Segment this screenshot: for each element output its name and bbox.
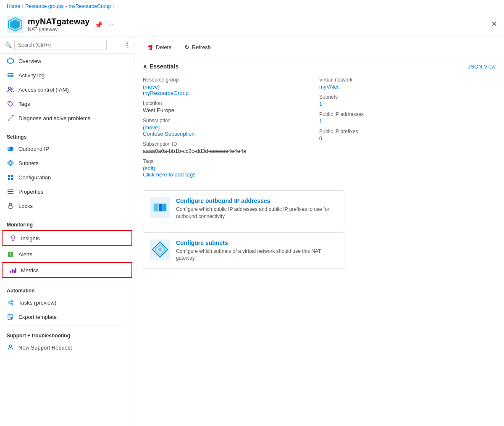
refresh-icon: ↻ [184, 43, 190, 51]
tags-edit-link[interactable]: (edit) [143, 165, 155, 171]
sidebar-item-tags[interactable]: Tags [0, 97, 134, 111]
sidebar-item-properties-label: Properties [18, 189, 43, 195]
subnets-icon [7, 159, 14, 167]
sidebar-item-properties[interactable]: Properties [0, 184, 134, 199]
svg-marker-4 [8, 58, 13, 64]
essentials-resource-group: Resource group (move) myResourceGroup [143, 75, 319, 98]
svg-point-36 [8, 302, 10, 303]
subnets-card-body: Configure subnets Configure which subnet… [176, 239, 337, 262]
sidebar-item-diagnose-label: Diagnose and solve problems [18, 115, 90, 121]
svg-rect-34 [13, 270, 15, 273]
svg-rect-21 [8, 178, 10, 180]
delete-icon: 🗑 [147, 44, 154, 51]
export-template-icon [7, 313, 14, 321]
breadcrumb-home[interactable]: Home [7, 3, 20, 9]
essentials-location: Location West Europe [143, 98, 319, 116]
sidebar-item-overview[interactable]: Overview [0, 54, 134, 68]
overview-icon [7, 57, 14, 65]
subnets-card-title[interactable]: Configure subnets [176, 239, 337, 246]
public-ip-value-link[interactable]: 1 [319, 118, 322, 124]
svg-rect-48 [159, 204, 163, 211]
outbound-ip-card-title[interactable]: Configure outbound IP addresses [176, 197, 337, 204]
resource-header: myNATgateway NAT gateway 📌 ··· ✕ [0, 13, 504, 37]
sidebar-item-tasks-label: Tasks (preview) [18, 300, 56, 306]
pin-icon[interactable]: 📌 [94, 21, 103, 29]
insights-icon [9, 234, 17, 242]
sidebar-item-access-control[interactable]: Access control (IAM) [0, 82, 134, 97]
svg-rect-5 [8, 73, 13, 77]
search-icon: 🔍 [5, 42, 12, 48]
configuration-icon [7, 174, 14, 181]
refresh-button[interactable]: ↻ Refresh [180, 41, 216, 53]
svg-point-8 [8, 87, 11, 89]
sub-id-value: aaaa0a0a-bb1b-cc2c-dd3d-eeeeee4e4e4e [143, 148, 319, 154]
content-area: 🗑 Delete ↻ Refresh ∧ Essentials JSON Vie… [134, 37, 504, 426]
svg-point-10 [9, 102, 10, 103]
collapse-sidebar-button[interactable]: 《 [122, 41, 129, 50]
resource-title-block: myNATgateway NAT gateway [28, 17, 89, 32]
essentials-ip-prefixes: Public IP prefixes 0 [319, 126, 496, 144]
svg-rect-22 [11, 178, 13, 180]
delete-button[interactable]: 🗑 Delete [143, 41, 176, 53]
rg-move-link[interactable]: (move) [143, 84, 160, 90]
outbound-ip-card-body: Configure outbound IP addresses Configur… [176, 197, 337, 220]
sidebar-item-insights[interactable]: Insights [2, 230, 132, 246]
sidebar-item-subnets[interactable]: Subnets [0, 156, 134, 170]
sidebar-item-tasks[interactable]: Tasks (preview) [0, 295, 134, 310]
refresh-label: Refresh [192, 44, 211, 50]
essentials-right-col: Virtual network myVNet Subnets 1 Public … [319, 75, 496, 180]
subnets-value-link[interactable]: 1 [319, 101, 322, 107]
sidebar-item-metrics-label: Metrics [21, 267, 39, 273]
support-divider [7, 326, 127, 326]
sidebar-item-configuration-label: Configuration [18, 174, 51, 181]
sidebar-item-diagnose[interactable]: Diagnose and solve problems [0, 111, 134, 125]
close-button[interactable]: ✕ [491, 19, 497, 29]
tasks-icon [7, 299, 14, 306]
support-request-icon [7, 344, 14, 351]
delete-label: Delete [156, 44, 172, 50]
sidebar-item-metrics[interactable]: Metrics [2, 262, 132, 278]
vnet-label: Virtual network [319, 77, 496, 83]
toolbar: 🗑 Delete ↻ Refresh [134, 37, 504, 58]
subscription-value-link[interactable]: Contoso Subscription [143, 131, 195, 137]
sidebar-item-activity-log[interactable]: Activity log [0, 68, 134, 82]
sidebar-item-iam-label: Access control (IAM) [18, 87, 69, 93]
svg-rect-6 [8, 74, 13, 75]
main-layout: 🔍 《 Overview Activity log Access control… [0, 37, 504, 426]
more-options-icon[interactable]: ··· [108, 21, 113, 29]
resource-title: myNATgateway [28, 17, 89, 26]
tags-add-link[interactable]: Click here to add tags [143, 171, 196, 178]
card-outbound-ip[interactable]: Configure outbound IP addresses Configur… [143, 190, 344, 227]
sidebar-item-outbound-ip[interactable]: Outbound IP [0, 142, 134, 156]
svg-rect-19 [8, 175, 10, 177]
essentials-title: ∧ Essentials [143, 63, 178, 70]
card-subnets[interactable]: Configure subnets Configure which subnet… [143, 232, 344, 269]
rg-value-link[interactable]: myResourceGroup [143, 90, 189, 96]
breadcrumb-resource-group[interactable]: myResourceGroup [68, 3, 111, 9]
sidebar-item-alerts-label: Alerts [18, 251, 32, 258]
sidebar-item-overview-label: Overview [18, 58, 41, 64]
json-view-link[interactable]: JSON View [468, 63, 496, 70]
svg-point-38 [11, 303, 13, 305]
breadcrumb-resource-groups[interactable]: Resource groups [25, 3, 63, 9]
sidebar-item-locks[interactable]: Locks [0, 199, 134, 213]
sidebar-item-configuration[interactable]: Configuration [0, 170, 134, 184]
sidebar-item-insights-label: Insights [21, 235, 40, 242]
subscription-move-link[interactable]: (move) [143, 124, 160, 131]
header-actions: 📌 ··· [94, 21, 113, 29]
sidebar-item-new-support[interactable]: New Support Request [0, 340, 134, 355]
sidebar-item-alerts[interactable]: ! Alerts [0, 247, 134, 261]
essentials-header: ∧ Essentials JSON View [143, 63, 496, 70]
essentials-subscription: Subscription (move) Contoso Subscription [143, 116, 319, 139]
essentials-grid: Resource group (move) myResourceGroup Lo… [143, 75, 496, 180]
search-input[interactable] [14, 40, 107, 50]
cards-section: Configure outbound IP addresses Configur… [134, 185, 504, 274]
monitoring-section-header: Monitoring [0, 217, 134, 229]
tags-label: Tags [143, 158, 319, 164]
sidebar-item-export-template[interactable]: Export template [0, 310, 134, 324]
svg-text:!: ! [10, 252, 11, 256]
vnet-value-link[interactable]: myVNet [319, 84, 339, 90]
subscription-label: Subscription [143, 118, 319, 124]
subnets-label: Subnets [319, 94, 496, 100]
subnets-card-desc: Configure which subnets of a virtual net… [176, 248, 337, 262]
